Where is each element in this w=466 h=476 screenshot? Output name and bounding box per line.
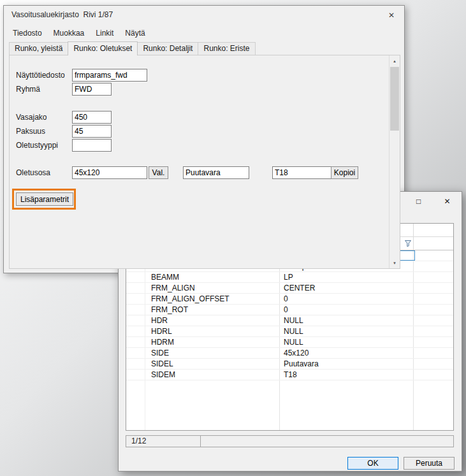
vasajako-label: Vasajako xyxy=(16,111,47,124)
tab-runko-oletukset[interactable]: Runko: Oletukset xyxy=(68,41,138,55)
table-row[interactable]: HDRM NULL xyxy=(126,337,453,348)
menubar: Tiedosto Muokkaa Linkit Näytä xyxy=(7,26,151,40)
scroll-down-icon[interactable]: ▼ xyxy=(390,257,400,268)
paksuus-label: Paksuus xyxy=(16,125,45,138)
tab-strip: Runko, yleistä Runko: Oletukset Runko: D… xyxy=(9,42,256,55)
field-row-paksuus: Paksuus xyxy=(10,125,388,138)
status-bar-spacer xyxy=(201,435,454,447)
status-bar: 1/12 xyxy=(126,435,454,447)
oletusosa-label: Oletusosa xyxy=(16,166,50,179)
table-row[interactable]: SIDEM T18 xyxy=(126,370,453,380)
paksuus-input[interactable] xyxy=(72,125,112,138)
row-selector-cell[interactable] xyxy=(126,370,145,380)
menu-muokkaa[interactable]: Muokkaa xyxy=(48,29,91,38)
vasajako-input[interactable] xyxy=(72,111,112,124)
cell-arvo: 45x120 xyxy=(280,348,414,358)
cell-parametri: FRM_ROT xyxy=(145,305,280,315)
close-icon[interactable]: ✕ xyxy=(380,7,403,24)
tab-runko-yleista[interactable]: Runko, yleistä xyxy=(9,42,68,55)
tab-runko-detaljit[interactable]: Runko: Detaljit xyxy=(137,42,198,55)
cell-parametri: FRM_ALIGN_OFFSET xyxy=(145,294,280,304)
row-count-status: 1/12 xyxy=(126,435,201,447)
menu-linkit[interactable]: Linkit xyxy=(90,29,119,38)
table-row[interactable]: FRM_ALIGN_OFFSET 0 xyxy=(126,294,453,305)
close-icon[interactable]: ✕ xyxy=(433,192,462,211)
val-button[interactable]: Val. xyxy=(149,166,168,179)
ryhma-label: Ryhmä xyxy=(16,83,40,96)
vertical-scrollbar[interactable]: ▲ ▼ xyxy=(389,55,400,268)
menu-tiedosto[interactable]: Tiedosto xyxy=(7,29,48,38)
row-selector-cell[interactable] xyxy=(126,326,145,336)
lisaparametrit-button[interactable]: Lisäparametrit xyxy=(16,192,73,206)
nayttotiedosto-label: Näyttötiedosto xyxy=(16,69,65,82)
cell-arvo: NULL xyxy=(280,326,414,336)
cell-parametri: HDRM xyxy=(145,337,280,347)
field-row-oletusosa: Oletusosa Val. Kopioi xyxy=(10,166,388,179)
row-selector-cell[interactable] xyxy=(126,337,145,347)
cell-parametri: FRM_ALIGN xyxy=(145,283,280,293)
scrollbar-thumb[interactable] xyxy=(390,67,399,131)
table-row[interactable]: SIDEL Puutavara xyxy=(126,359,453,370)
tab-runko-eriste[interactable]: Runko: Eriste xyxy=(198,42,255,55)
kopioi-button[interactable]: Kopioi xyxy=(331,166,358,179)
row-selector-cell[interactable] xyxy=(126,294,145,304)
library-window: Vasoitusaluekirjasto Rivi 1/87 ✕ Tiedost… xyxy=(3,5,405,273)
tab-panel: Näyttötiedosto Ryhmä Vasajako Paksuus Ol… xyxy=(9,55,400,269)
cell-parametri: HDR xyxy=(145,315,280,326)
cell-arvo: NULL xyxy=(280,337,414,347)
table-row[interactable]: HDRL NULL xyxy=(126,326,453,337)
material-input[interactable] xyxy=(183,166,249,179)
row-selector-cell[interactable] xyxy=(126,359,145,369)
row-selector-cell[interactable] xyxy=(126,315,145,326)
cell-arvo: LP xyxy=(280,272,414,282)
field-row-ryhma: Ryhmä xyxy=(10,83,388,96)
field-row-oletustyyppi: Oletustyyppi xyxy=(10,139,388,152)
desktop: { "icons": { "close": "✕", "minimize": "… xyxy=(0,0,466,476)
oletusosa-input[interactable] xyxy=(72,166,147,179)
cell-arvo: 0 xyxy=(280,294,414,304)
scroll-up-icon[interactable]: ▲ xyxy=(390,55,400,66)
menu-nayta[interactable]: Näytä xyxy=(119,29,150,38)
field-row-nayttotiedosto: Näyttötiedosto xyxy=(10,69,388,82)
table-row[interactable]: HDR NULL xyxy=(126,315,453,326)
cell-parametri: SIDE xyxy=(145,348,280,358)
cell-parametri: SIDEL xyxy=(145,359,280,369)
cell-arvo: NULL xyxy=(280,315,414,326)
cancel-button[interactable]: Peruuta xyxy=(404,457,455,470)
cell-arvo: CENTER xyxy=(280,283,414,293)
table-row[interactable]: FRM_ALIGN CENTER xyxy=(126,283,453,294)
table-body: BEAM LP 115x315 BEAML Liimapuu BEAMM LP … xyxy=(126,250,453,430)
field-row-vasajako: Vasajako xyxy=(10,111,388,124)
row-selector-cell[interactable] xyxy=(126,348,145,358)
oletustyyppi-input[interactable] xyxy=(72,139,112,152)
cell-parametri: HDRL xyxy=(145,326,280,336)
cell-parametri: BEAMM xyxy=(145,272,280,282)
ryhma-input[interactable] xyxy=(72,83,112,96)
filter-icon[interactable] xyxy=(404,240,412,247)
row-selector-cell[interactable] xyxy=(126,272,145,282)
cell-parametri: SIDEM xyxy=(145,370,280,380)
cell-arvo: T18 xyxy=(280,370,414,380)
cell-arvo: 0 xyxy=(280,305,414,315)
row-selector-cell[interactable] xyxy=(126,305,145,315)
table-row[interactable]: BEAMM LP xyxy=(126,272,453,283)
cell-arvo: Puutavara xyxy=(280,359,414,369)
oletustyyppi-label: Oletustyyppi xyxy=(16,139,58,152)
nayttotiedosto-input[interactable] xyxy=(72,69,147,82)
window-title: Vasoitusaluekirjasto Rivi 1/87 xyxy=(11,10,113,19)
grade-input[interactable] xyxy=(272,166,339,179)
ok-button[interactable]: OK xyxy=(347,457,398,470)
main-titlebar[interactable]: Vasoitusaluekirjasto Rivi 1/87 ✕ xyxy=(4,6,404,24)
row-selector-cell[interactable] xyxy=(126,283,145,293)
maximize-icon[interactable]: □ xyxy=(404,192,433,211)
table-row[interactable]: SIDE 45x120 xyxy=(126,348,453,359)
table-row[interactable]: FRM_ROT 0 xyxy=(126,305,453,315)
